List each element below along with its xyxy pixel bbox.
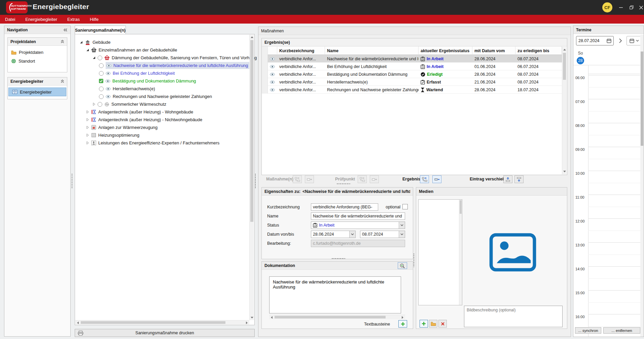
collapse-group-icon[interactable]: [61, 40, 64, 43]
eye-icon[interactable]: [268, 86, 277, 94]
tree-item-daemmung[interactable]: Dämmung der Gebäudehülle, Sanierung von …: [77, 54, 249, 62]
time-slot[interactable]: [588, 171, 640, 195]
tree-item-herstellernachweise[interactable]: Herstellernachweis(e): [77, 85, 249, 93]
radio-icon[interactable]: [99, 94, 104, 99]
minimize-button[interactable]: [616, 0, 626, 15]
menu-hilfe[interactable]: Hilfe: [85, 15, 104, 24]
add-ergebnis-sibling-button[interactable]: [432, 175, 441, 183]
time-slot[interactable]: [588, 242, 640, 267]
expander-expanded-icon[interactable]: [93, 56, 96, 59]
calendar-view-dropdown[interactable]: [627, 36, 642, 45]
add-massnahme-child-button[interactable]: [293, 175, 302, 183]
restore-button[interactable]: [627, 0, 637, 15]
tree-item-nachweise[interactable]: Nachweise für die wärmebrückenreduzierte…: [77, 62, 249, 69]
table-row[interactable]: verbindliche Anfor... Rechnungen und Nac…: [262, 86, 562, 94]
splitter-handle[interactable]: [331, 258, 346, 259]
name-input[interactable]: [311, 212, 405, 220]
eye-icon[interactable]: [268, 63, 277, 70]
tree-item-sommerlicher-waermeschutz[interactable]: Sommerlicher Wärmeschutz: [77, 100, 249, 108]
eye-icon[interactable]: [268, 78, 277, 86]
time-slot[interactable]: [588, 290, 640, 314]
expander-collapsed-icon[interactable]: [86, 118, 89, 121]
datum-von-combobox[interactable]: 28.06.2024: [311, 231, 356, 238]
expander-expanded-icon[interactable]: [86, 48, 89, 52]
expander-expanded-icon[interactable]: [80, 41, 83, 44]
chevron-down-icon[interactable]: [349, 231, 355, 238]
tree-item-rechnungen[interactable]: Rechnungen und Nachweise geleisteter Zah…: [77, 93, 249, 100]
header-status[interactable]: aktueller Ergebnisstatus: [419, 46, 472, 55]
bildbeschreibung-input[interactable]: [464, 306, 563, 327]
tree-item-anlagentechnik-nichtwohn[interactable]: Anlagentechnik (außer Heizung) - Nichtwo…: [77, 116, 249, 124]
radio-icon[interactable]: [99, 87, 104, 91]
tree-item-waermeerzeugung[interactable]: Anlagen zur Wärmeerzeugung: [77, 124, 249, 131]
eye-icon[interactable]: [106, 72, 111, 75]
eye-icon[interactable]: [268, 55, 277, 63]
optional-checkbox[interactable]: [402, 204, 408, 209]
move-entry-up-button[interactable]: [503, 175, 512, 183]
user-avatar[interactable]: CF: [602, 2, 612, 12]
eye-icon[interactable]: [106, 95, 111, 98]
menu-extras[interactable]: Extras: [62, 15, 85, 24]
kurzbezeichnung-input[interactable]: [311, 203, 378, 211]
time-slot[interactable]: [588, 147, 640, 171]
table-row[interactable]: verbindliche Anfor... Bei Erhöhung der L…: [262, 63, 562, 70]
add-massnahme-sibling-button[interactable]: [305, 175, 314, 183]
eye-icon[interactable]: [105, 79, 110, 83]
next-day-button[interactable]: [616, 36, 624, 45]
sidebar-item-standort[interactable]: Standort: [8, 57, 67, 65]
expander-collapsed-icon[interactable]: [86, 141, 89, 144]
add-pruefpunkt-sibling-button[interactable]: [370, 175, 379, 183]
tree-item-luftdichtigkeit[interactable]: Bei Erhöhung der Luftdichtigkeit: [77, 69, 249, 77]
table-row[interactable]: verbindliche Anfor... Herstellernachweis…: [262, 78, 562, 86]
print-sanierungsmassnahme-button[interactable]: Sanierungsmaßnahme drucken: [75, 329, 255, 337]
collapse-group-icon[interactable]: [61, 79, 64, 83]
time-slot[interactable]: [588, 123, 640, 147]
tree-item-anlagentechnik-wohn[interactable]: Anlagentechnik (außer Heizung) - Wohngeb…: [77, 108, 249, 116]
add-pruefpunkt-child-button[interactable]: [358, 175, 367, 183]
menu-energiebegleiter[interactable]: Energiebegleiter: [20, 15, 62, 24]
add-media-button[interactable]: [420, 320, 428, 328]
calendar-icon[interactable]: [607, 38, 611, 43]
menu-datei[interactable]: Datei: [0, 15, 20, 24]
header-name[interactable]: Name: [325, 46, 419, 55]
splitter-handle[interactable]: [413, 253, 415, 267]
tree-item-leistungen-experte[interactable]: Leistungen des Energieeffizienz-Experten…: [77, 139, 249, 147]
eye-icon[interactable]: [268, 70, 277, 78]
tree-item-bestaetigung[interactable]: Bestätigung und Dokumentation Dämmung: [77, 77, 249, 85]
tree-item-einzelmassnahmen[interactable]: Einzelmaßnahmen an der Gebäudehülle: [77, 46, 249, 54]
sync-appointments-button[interactable]: ... synchron: [575, 327, 601, 334]
date-picker-field[interactable]: 28.07.2024: [576, 36, 614, 45]
day-number-badge[interactable]: 28: [577, 57, 584, 64]
zoom-text-button[interactable]: [398, 262, 407, 269]
calendar-scrollbar[interactable]: [640, 35, 644, 337]
expander-collapsed-icon[interactable]: [86, 134, 89, 137]
chevron-down-icon[interactable]: [399, 222, 405, 229]
time-slot[interactable]: [588, 99, 640, 123]
time-slot[interactable]: [588, 314, 640, 338]
radio-icon[interactable]: [99, 71, 104, 76]
splitter-handle[interactable]: [336, 183, 351, 184]
splitter-handle[interactable]: [71, 173, 73, 189]
table-row[interactable]: verbindliche Anfor... Nachweise für die …: [262, 55, 562, 63]
splitter-handle[interactable]: [255, 173, 256, 189]
expander-collapsed-icon[interactable]: [86, 110, 89, 113]
tab-sanierungsmassnahmen[interactable]: Sanierungsmaßnahme(n): [75, 26, 126, 34]
tree-horizontal-scrollbar[interactable]: [75, 320, 249, 325]
radio-icon[interactable]: [99, 63, 104, 68]
header-kurzbezeichnung[interactable]: Kurzbezeichnung: [277, 46, 325, 55]
energiebegleiter-group-header[interactable]: Energiebegleiter: [8, 77, 67, 86]
table-row[interactable]: verbindliche Anfor... Bestätigung und Do…: [262, 70, 562, 78]
radio-icon[interactable]: [98, 102, 102, 107]
radio-icon[interactable]: [98, 56, 102, 60]
projektdaten-group-header[interactable]: Projektdaten: [8, 38, 67, 46]
sidebar-item-projektdaten[interactable]: Projektdaten: [8, 48, 67, 57]
remove-appointments-button[interactable]: ... entfernen: [603, 327, 640, 334]
datum-bis-combobox[interactable]: 08.07.2024: [360, 231, 405, 238]
tree-vertical-scrollbar[interactable]: [249, 35, 254, 320]
checked-checkbox-icon[interactable]: [99, 79, 103, 83]
tree-item-gebaeude[interactable]: Gebäude: [77, 38, 249, 46]
dokumentation-textarea[interactable]: Nachweise für die wärmebrückenreduzierte…: [269, 276, 401, 313]
chevron-down-icon[interactable]: [399, 231, 405, 238]
add-textbaustein-button[interactable]: [398, 320, 407, 328]
eye-icon[interactable]: [106, 87, 111, 91]
